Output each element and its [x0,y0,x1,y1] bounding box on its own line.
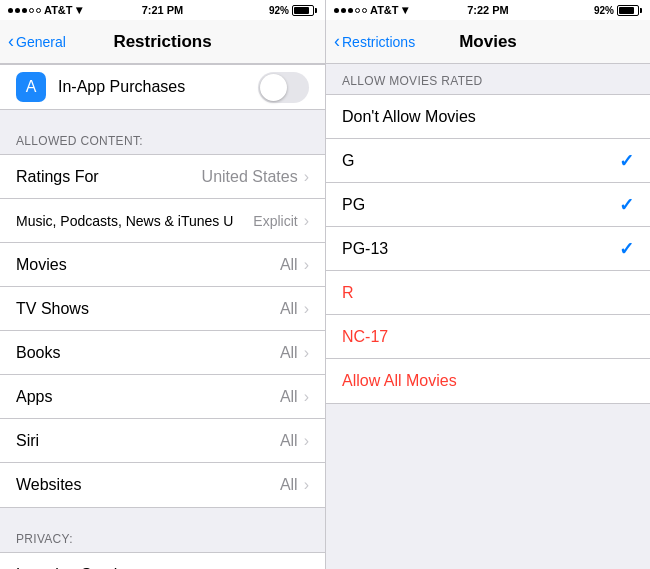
books-chevron: › [304,344,309,362]
right-nav-bar: ‹ Restrictions Movies [326,20,650,64]
left-back-label: General [16,34,66,50]
books-value: All [280,344,298,362]
rdot3 [348,8,353,13]
siri-value: All [280,432,298,450]
allow-all-movies-label: Allow All Movies [342,372,634,390]
battery-tip-right [640,8,642,13]
siri-row[interactable]: Siri All › [0,419,325,463]
right-battery-pct: 92% [594,5,614,16]
websites-label: Websites [16,476,280,494]
right-status-right: 92% [594,5,642,16]
websites-value: All [280,476,298,494]
left-status-right: 92% [269,5,317,16]
pg-row[interactable]: PG ✓ [326,183,650,227]
left-nav-title: Restrictions [113,32,211,52]
music-chevron: › [304,212,309,230]
music-label: Music, Podcasts, News & iTunes U [16,213,253,229]
nc17-label: NC-17 [342,328,634,346]
siri-label: Siri [16,432,280,450]
movies-row[interactable]: Movies All › [0,243,325,287]
books-row[interactable]: Books All › [0,331,325,375]
apps-row[interactable]: Apps All › [0,375,325,419]
ratings-for-row[interactable]: Ratings For United States › [0,155,325,199]
allowed-content-group: Ratings For United States › Music, Podca… [0,154,325,508]
left-back-chevron: ‹ [8,32,14,50]
allowed-content-header: ALLOWED CONTENT: [0,118,325,154]
pg-label: PG [342,196,619,214]
dot2 [15,8,20,13]
r-row[interactable]: R [326,271,650,315]
right-back-chevron: ‹ [334,32,340,50]
app-store-icon: A [16,72,46,102]
privacy-group: Location Services › Contacts › [0,552,325,569]
tvshows-chevron: › [304,300,309,318]
rdot4 [355,8,360,13]
apps-chevron: › [304,388,309,406]
right-status-bar: AT&T ▾ 7:22 PM 92% [326,0,650,20]
dot5 [36,8,41,13]
privacy-header: PRIVACY: [0,516,325,552]
ratings-for-label: Ratings For [16,168,202,186]
signal-dots-left [8,8,41,13]
battery-fill-left [294,7,309,14]
pg13-checkmark: ✓ [619,238,634,260]
siri-chevron: › [304,432,309,450]
tvshows-label: TV Shows [16,300,280,318]
right-status-left: AT&T ▾ [334,3,408,17]
tvshows-row[interactable]: TV Shows All › [0,287,325,331]
left-carrier: AT&T [44,4,73,16]
allow-movies-header: ALLOW MOVIES RATED [326,64,650,94]
r-label: R [342,284,634,302]
right-content: ALLOW MOVIES RATED Don't Allow Movies G … [326,64,650,569]
pg13-label: PG-13 [342,240,619,258]
dont-allow-movies-row[interactable]: Don't Allow Movies [326,95,650,139]
movie-ratings-group: Don't Allow Movies G ✓ PG ✓ PG-13 ✓ R NC… [326,94,650,404]
left-panel: AT&T ▾ 7:21 PM 92% ‹ General Restriction… [0,0,325,569]
location-services-chevron: › [304,566,309,570]
left-nav-bar: ‹ General Restrictions [0,20,325,64]
movies-chevron: › [304,256,309,274]
battery-tip-left [315,8,317,13]
toggle-knob [260,74,287,101]
wifi-icon-left: ▾ [76,3,82,17]
left-back-button[interactable]: ‹ General [8,33,66,50]
left-battery-pct: 92% [269,5,289,16]
websites-chevron: › [304,476,309,494]
websites-row[interactable]: Websites All › [0,463,325,507]
pg-checkmark: ✓ [619,194,634,216]
dot1 [8,8,13,13]
right-back-label: Restrictions [342,34,415,50]
location-services-row[interactable]: Location Services › [0,553,325,569]
books-label: Books [16,344,280,362]
g-label: G [342,152,619,170]
movies-label: Movies [16,256,280,274]
nc17-row[interactable]: NC-17 [326,315,650,359]
in-app-row[interactable]: A In-App Purchases [0,65,325,109]
dont-allow-movies-label: Don't Allow Movies [342,108,634,126]
music-row[interactable]: Music, Podcasts, News & iTunes U Explici… [0,199,325,243]
right-time: 7:22 PM [467,4,509,16]
left-content: A In-App Purchases ALLOWED CONTENT: Rati… [0,64,325,569]
pg13-row[interactable]: PG-13 ✓ [326,227,650,271]
ratings-for-chevron: › [304,168,309,186]
right-back-button[interactable]: ‹ Restrictions [334,33,415,50]
in-app-toggle[interactable] [258,72,309,103]
left-status-left: AT&T ▾ [8,3,82,17]
tvshows-value: All [280,300,298,318]
dot3 [22,8,27,13]
right-carrier: AT&T [370,4,399,16]
allow-all-movies-row[interactable]: Allow All Movies [326,359,650,403]
battery-icon-left [292,5,317,16]
left-status-bar: AT&T ▾ 7:21 PM 92% [0,0,325,20]
app-store-letter: A [26,78,37,96]
signal-dots-right [334,8,367,13]
movies-value: All [280,256,298,274]
rdot1 [334,8,339,13]
g-row[interactable]: G ✓ [326,139,650,183]
apps-value: All [280,388,298,406]
ratings-for-value: United States [202,168,298,186]
apps-label: Apps [16,388,280,406]
right-nav-title: Movies [459,32,517,52]
in-app-label: In-App Purchases [58,78,258,96]
in-app-group: A In-App Purchases [0,64,325,110]
